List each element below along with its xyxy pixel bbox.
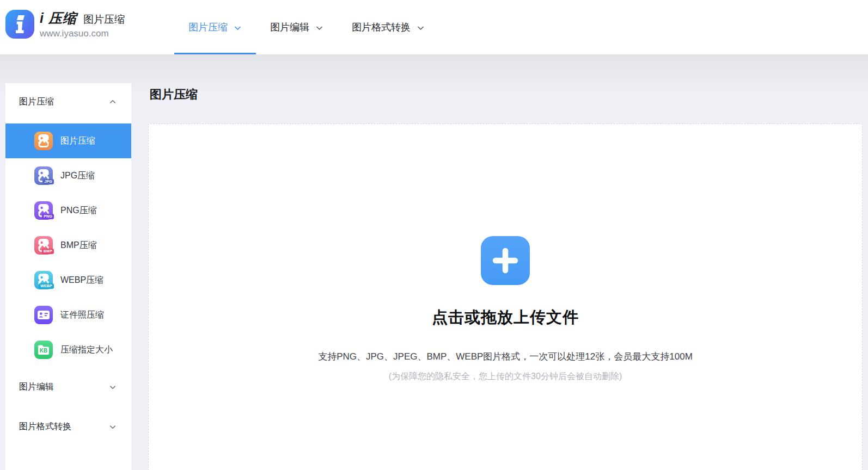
brand-url: www.iyasuo.com: [40, 28, 125, 39]
format-badge: WEBP: [39, 283, 54, 289]
sidebar-section-format-convert[interactable]: 图片格式转换: [5, 407, 131, 447]
nav-tab-format-convert[interactable]: 图片格式转换: [338, 0, 439, 54]
upload-plus-button[interactable]: [481, 236, 530, 285]
sidebar-section-image-compress[interactable]: 图片压缩: [5, 83, 131, 120]
sidebar-item-id-photo-compress[interactable]: 证件照压缩: [5, 298, 131, 332]
sidebar-section-label: 图片编辑: [19, 381, 54, 393]
nav-tab-label: 图片格式转换: [352, 21, 411, 34]
chevron-down-icon: [109, 423, 117, 431]
upload-support-text: 支持PNG、JPG、JPEG、BMP、WEBP图片格式，一次可以处理12张，会员…: [318, 350, 693, 363]
top-header: i 压缩 图片压缩 www.iyasuo.com 图片压缩 图片编辑 图片格式转…: [0, 0, 868, 54]
image-compress-icon: [34, 132, 53, 150]
sidebar-section-label: 图片格式转换: [19, 421, 71, 432]
sidebar-item-image-compress[interactable]: 图片压缩: [5, 123, 131, 158]
sidebar-item-jpg-compress[interactable]: JPG JPG压缩: [5, 158, 131, 193]
chevron-up-icon: [109, 98, 117, 106]
sidebar-item-label: BMP压缩: [60, 240, 97, 251]
id-photo-compress-icon: [34, 306, 53, 324]
sidebar-item-label: PNG压缩: [60, 205, 97, 217]
kb-badge: KB: [34, 348, 53, 354]
sidebar-item-size-compress[interactable]: KB 压缩指定大小: [5, 332, 131, 367]
format-badge: PNG: [42, 214, 54, 219]
bmp-compress-icon: BMP: [34, 236, 53, 255]
nav-tab-label: 图片压缩: [188, 21, 228, 34]
nav-tab-image-compress[interactable]: 图片压缩: [174, 0, 256, 54]
sidebar-item-png-compress[interactable]: PNG PNG压缩: [5, 193, 131, 228]
nav-tab-image-edit[interactable]: 图片编辑: [256, 0, 338, 54]
upload-dropzone[interactable]: 点击或拖放上传文件 支持PNG、JPG、JPEG、BMP、WEBP图片格式，一次…: [148, 123, 863, 470]
kb-size-compress-icon: KB: [34, 341, 53, 359]
brand-logo[interactable]: i 压缩 图片压缩 www.iyasuo.com: [5, 9, 125, 39]
upload-privacy-note: (为保障您的隐私安全，您上传的文件30分钟后会被自动删除): [389, 371, 622, 382]
sidebar-item-bmp-compress[interactable]: BMP BMP压缩: [5, 228, 131, 263]
sidebar-item-label: 图片压缩: [60, 135, 95, 147]
brand-tagline: 图片压缩: [83, 13, 125, 27]
brand-name: i 压缩: [40, 9, 77, 27]
sidebar-item-webp-compress[interactable]: WEBP WEBP压缩: [5, 263, 131, 298]
page-title: 图片压缩: [150, 86, 198, 103]
brand-logo-icon: [5, 10, 34, 39]
sidebar-section-label: 图片压缩: [19, 96, 54, 108]
png-compress-icon: PNG: [34, 201, 53, 220]
webp-compress-icon: WEBP: [34, 271, 53, 289]
sidebar-item-label: 压缩指定大小: [60, 344, 113, 356]
main-nav: 图片压缩 图片编辑 图片格式转换: [174, 0, 439, 54]
jpg-compress-icon: JPG: [34, 166, 53, 185]
chevron-down-icon: [315, 24, 323, 32]
main-area: 图片压缩 图片压缩: [0, 54, 868, 470]
plus-icon: [481, 236, 530, 285]
sidebar-section-image-edit[interactable]: 图片编辑: [5, 367, 131, 407]
sidebar: 图片压缩 图片压缩: [5, 83, 131, 470]
chevron-down-icon: [234, 24, 242, 32]
sidebar-item-list: 图片压缩 JPG JPG压缩: [5, 123, 131, 367]
sidebar-item-label: JPG压缩: [60, 170, 95, 182]
nav-tab-label: 图片编辑: [270, 21, 309, 34]
sidebar-item-label: 证件照压缩: [60, 310, 104, 321]
chevron-down-icon: [109, 384, 117, 391]
sidebar-item-label: WEBP压缩: [60, 275, 103, 286]
format-badge: BMP: [42, 249, 54, 254]
format-badge: JPG: [42, 179, 54, 184]
upload-title: 点击或拖放上传文件: [432, 307, 579, 329]
chevron-down-icon: [417, 24, 425, 32]
